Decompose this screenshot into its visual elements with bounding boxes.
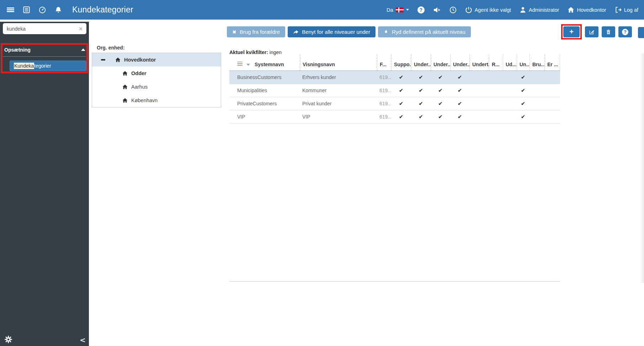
- column-header-12[interactable]: Er ...: [544, 54, 560, 70]
- column-header-1[interactable]: Visningsnavn: [300, 54, 377, 70]
- checkmark-icon: ✔: [521, 114, 526, 120]
- settings-button[interactable]: [4, 335, 12, 344]
- language-selector[interactable]: Da: [387, 7, 409, 13]
- use-from-parent-button[interactable]: ✖ Brug fra forældre: [227, 26, 285, 37]
- row-menu-icon[interactable]: [237, 61, 243, 67]
- tree-node-odder[interactable]: Odder: [92, 67, 221, 80]
- menu-icon[interactable]: [6, 6, 15, 14]
- time-button[interactable]: [449, 6, 457, 14]
- cell: ✔: [391, 71, 411, 84]
- tree-node-label: Aarhus: [131, 84, 148, 90]
- cell: ✔: [517, 97, 529, 110]
- logout-icon: [615, 6, 622, 13]
- sidebar-item-kundekategorier[interactable]: Kundekategorier: [10, 61, 86, 71]
- column-header-label: Er ...: [547, 62, 558, 67]
- cell: VIP: [300, 110, 377, 123]
- bell-icon[interactable]: [54, 6, 63, 14]
- clock-icon: [449, 6, 457, 14]
- cell: [469, 84, 489, 97]
- column-header-5[interactable]: Under...: [431, 54, 450, 70]
- column-header-6[interactable]: Under...: [450, 54, 469, 70]
- sidebar-collapse-arrow[interactable]: <: [80, 336, 86, 344]
- tree-node-label: Hovedkontor: [124, 57, 156, 63]
- column-header-label: Suppo...: [394, 62, 411, 67]
- cell: [489, 110, 503, 123]
- org-tree: HovedkontorOdderAarhusKøbenhavn: [92, 53, 221, 108]
- column-header-label: F...: [380, 62, 387, 67]
- checkmark-icon: ✔: [438, 74, 443, 80]
- clear-current-level-button[interactable]: Ryd defineret på aktuelt niveau: [378, 26, 471, 37]
- home-icon: [568, 7, 574, 13]
- table-row-vip[interactable]: VIPVIP619...✔✔✔✔✔: [229, 110, 560, 124]
- collapse-minus-icon[interactable]: [101, 59, 105, 60]
- help-button[interactable]: ?: [417, 6, 425, 14]
- home-icon: [115, 57, 121, 62]
- customer-categories-table: SystemnavnVisningsnavnF...Suppo...Under.…: [229, 54, 560, 124]
- search-input[interactable]: [3, 26, 75, 32]
- section-collapse-icon[interactable]: [81, 48, 85, 51]
- sort-caret-icon[interactable]: [246, 64, 250, 66]
- checkmark-icon: ✔: [438, 87, 443, 94]
- table-row-businesscustomers[interactable]: BusinessCustomersErhvers kunder619...✔✔✔…: [229, 71, 560, 84]
- tree-node-københavn[interactable]: København: [92, 94, 221, 107]
- dashboard-gauge-icon[interactable]: [38, 6, 47, 14]
- clear-search-icon[interactable]: ✕: [75, 26, 86, 32]
- checkmark-icon: ✔: [458, 114, 462, 120]
- edit-button[interactable]: [585, 26, 598, 37]
- cell: ✔: [517, 110, 529, 123]
- page-title: Kundekategorier: [72, 5, 133, 15]
- sound-button[interactable]: [433, 6, 441, 14]
- sidebar-section-title[interactable]: Opsætning: [4, 47, 31, 53]
- cell: [544, 110, 560, 123]
- cell: [469, 71, 489, 84]
- column-header-4[interactable]: Under...: [411, 54, 431, 70]
- column-header-8[interactable]: R...: [489, 54, 503, 70]
- form-list-icon[interactable]: [22, 6, 31, 14]
- cell: ✔: [450, 110, 469, 123]
- column-header-0[interactable]: Systemnavn: [229, 54, 300, 70]
- cell: [469, 110, 489, 123]
- cell: [503, 84, 517, 97]
- column-header-7[interactable]: Undert...: [469, 54, 489, 70]
- cell: 619...: [377, 110, 391, 123]
- column-header-3[interactable]: Suppo...: [391, 54, 411, 70]
- column-header-2[interactable]: F...: [377, 54, 391, 70]
- table-header-row: SystemnavnVisningsnavnF...Suppo...Under.…: [229, 54, 560, 71]
- vertical-scrollbar[interactable]: [640, 53, 644, 283]
- cell: [529, 71, 544, 84]
- table-row-municipalities[interactable]: MunicipalitiesKommuner619...✔✔✔✔✔: [229, 84, 560, 97]
- cell: 619...: [377, 84, 391, 97]
- delete-button[interactable]: [602, 26, 615, 37]
- tree-node-hovedkontor[interactable]: Hovedkontor: [92, 53, 221, 67]
- org-unit-menu[interactable]: Hovedkontor: [568, 7, 606, 13]
- agent-selector[interactable]: Agent ikke valgt: [465, 6, 511, 14]
- cell: ✔: [431, 84, 450, 97]
- user-menu[interactable]: Administrator: [520, 6, 559, 13]
- cell: [529, 84, 544, 97]
- checkmark-icon: ✔: [458, 87, 462, 94]
- checkmark-icon: ✔: [458, 74, 462, 80]
- grid-help-button[interactable]: ?: [618, 26, 632, 37]
- user-name-label: Administrator: [529, 7, 559, 13]
- help-icon: ?: [417, 6, 425, 14]
- apply-all-levels-button[interactable]: Benyt for alle niveauer under: [288, 26, 376, 37]
- column-header-label: Un...: [520, 62, 529, 67]
- edge-panel-button[interactable]: [638, 27, 644, 38]
- checkmark-icon: ✔: [399, 74, 404, 80]
- home-icon: [122, 71, 128, 76]
- column-header-11[interactable]: Bru...: [529, 54, 544, 70]
- agent-status-label: Agent ikke valgt: [475, 7, 511, 13]
- column-header-10[interactable]: Un...: [517, 54, 529, 70]
- column-header-9[interactable]: Ud...: [503, 54, 517, 70]
- checkmark-icon: ✔: [458, 100, 462, 107]
- use-from-parent-label: Brug fra forældre: [240, 29, 280, 35]
- cell: [529, 110, 544, 123]
- table-row-privatecustomers[interactable]: PrivateCustomersPrivat kunder619...✔✔✔✔✔: [229, 97, 560, 110]
- cell: ✔: [411, 71, 431, 84]
- tree-node-aarhus[interactable]: Aarhus: [92, 80, 221, 94]
- column-header-label: Under...: [433, 62, 450, 67]
- cell: PrivateCustomers: [229, 97, 300, 110]
- sidebar-divider: [3, 56, 86, 57]
- logout-button[interactable]: Log af: [615, 6, 638, 13]
- add-button[interactable]: +: [563, 26, 580, 37]
